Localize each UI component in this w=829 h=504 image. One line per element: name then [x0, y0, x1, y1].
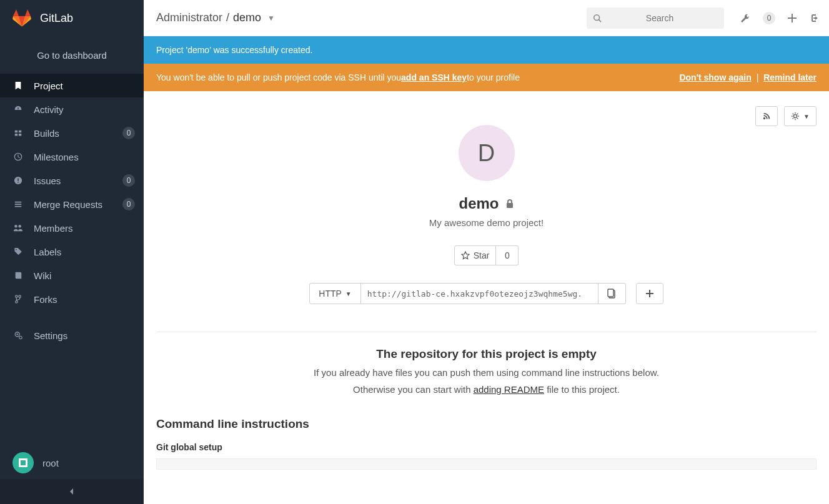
ssh-warning-alert: You won't be able to pull or push projec…: [144, 64, 829, 91]
brand-header[interactable]: GitLab: [0, 0, 144, 36]
admin-wrench-icon[interactable]: [740, 13, 750, 23]
svg-point-6: [16, 249, 17, 250]
sidebar-item-label: Activity: [34, 104, 64, 115]
search-box[interactable]: [587, 7, 724, 29]
add-readme-link[interactable]: adding README: [474, 384, 544, 395]
rss-icon: [762, 112, 771, 121]
users-icon: [12, 224, 24, 232]
svg-rect-2: [17, 179, 18, 181]
svg-point-18: [793, 114, 797, 117]
svg-point-4: [14, 225, 17, 227]
sidebar-item-builds[interactable]: Builds 0: [0, 121, 144, 145]
collapse-sidebar-button[interactable]: [0, 479, 144, 504]
todos-badge[interactable]: 0: [763, 12, 775, 24]
sidebar: GitLab Go to dashboard Project Activity …: [0, 0, 144, 504]
sidebar-item-label: Issues: [34, 175, 61, 186]
sidebar-item-merge-requests[interactable]: Merge Requests 0: [0, 192, 144, 216]
main: Administrator / demo ▼ 0 Project 'demo' …: [144, 0, 829, 504]
gitlab-logo-icon: [12, 9, 31, 27]
top-icons: 0: [740, 12, 819, 24]
breadcrumb[interactable]: Administrator / demo ▼: [156, 11, 275, 24]
star-icon: [461, 251, 470, 260]
sidebar-item-label: Members: [34, 223, 73, 234]
cli-codebox: [156, 458, 817, 470]
sidebar-item-label: Builds: [34, 128, 59, 139]
clone-protocol-dropdown[interactable]: HTTP ▼: [309, 283, 360, 304]
success-alert: Project 'demo' was successfully created.: [144, 36, 829, 64]
project-description: My awesome demo project!: [429, 217, 544, 228]
sidebar-item-label: Wiki: [34, 270, 51, 281]
chevron-down-icon: ▼: [345, 290, 352, 297]
copy-url-button[interactable]: [598, 283, 626, 304]
chevron-down-icon: ▼: [803, 113, 810, 120]
clone-url-input[interactable]: [361, 283, 598, 304]
sidebar-footer: root: [0, 447, 144, 504]
star-button[interactable]: Star: [454, 245, 497, 265]
star-group: Star 0: [454, 245, 519, 265]
sidebar-item-members[interactable]: Members: [0, 216, 144, 240]
chevron-left-icon: [69, 487, 75, 496]
empty-repo-line1: If you already have files you can push t…: [156, 367, 817, 378]
pipe-separator: |: [757, 72, 759, 82]
book-icon: [12, 271, 24, 280]
search-icon: [593, 14, 602, 22]
empty-repo-title: The repository for this project is empty: [156, 347, 817, 361]
go-to-dashboard-link[interactable]: Go to dashboard: [0, 36, 144, 74]
sign-out-icon[interactable]: [809, 13, 819, 23]
user-name: root: [42, 458, 59, 468]
project-title: demo: [459, 195, 514, 212]
sidebar-item-wiki[interactable]: Wiki: [0, 264, 144, 287]
exclamation-circle-icon: [12, 176, 24, 185]
rss-button[interactable]: [755, 106, 778, 126]
tasks-icon: [12, 200, 24, 209]
project-hero: D demo My awesome demo project! Star 0 H…: [156, 125, 817, 304]
ssh-alert-actions: Don't show again | Remind later: [679, 72, 817, 82]
search-input[interactable]: [602, 13, 718, 23]
dont-show-again-link[interactable]: Don't show again: [679, 72, 751, 82]
issues-count-badge: 0: [122, 174, 135, 187]
ssh-warning-prefix: You won't be able to pull or push projec…: [156, 72, 401, 82]
mr-count-badge: 0: [122, 198, 135, 210]
sidebar-item-project[interactable]: Project: [0, 74, 144, 97]
sidebar-item-milestones[interactable]: Milestones: [0, 145, 144, 169]
tags-icon: [12, 247, 24, 256]
svg-point-17: [763, 117, 766, 120]
clock-icon: [12, 152, 24, 161]
svg-rect-15: [21, 460, 26, 465]
current-user[interactable]: root: [0, 447, 144, 479]
sidebar-item-label: Labels: [34, 247, 61, 257]
breadcrumb-project: demo: [233, 11, 261, 24]
builds-count-badge: 0: [122, 127, 135, 139]
add-ssh-key-link[interactable]: add an SSH key: [401, 72, 467, 82]
project-settings-button[interactable]: ▼: [784, 106, 817, 126]
cubes-icon: [12, 129, 24, 137]
topbar: Administrator / demo ▼ 0: [144, 0, 829, 36]
remind-later-link[interactable]: Remind later: [763, 72, 817, 82]
clone-protocol-label: HTTP: [319, 289, 342, 299]
empty-repo: The repository for this project is empty…: [156, 332, 817, 395]
sidebar-item-label: Merge Requests: [34, 199, 102, 210]
sidebar-nav: Project Activity Builds 0 Milestones Iss…: [0, 74, 144, 347]
success-alert-text: Project 'demo' was successfully created.: [156, 45, 312, 55]
sidebar-item-activity[interactable]: Activity: [0, 97, 144, 121]
download-button[interactable]: [636, 283, 663, 304]
sidebar-item-issues[interactable]: Issues 0: [0, 169, 144, 192]
svg-point-11: [16, 334, 18, 335]
svg-point-9: [16, 301, 18, 304]
gear-icon: [791, 112, 800, 121]
sidebar-item-forks[interactable]: Forks: [0, 287, 144, 311]
sidebar-item-settings[interactable]: Settings: [0, 324, 144, 347]
svg-point-12: [19, 336, 21, 338]
sidebar-item-labels[interactable]: Labels: [0, 240, 144, 264]
clone-row: HTTP ▼: [309, 283, 663, 304]
content: ▼ D demo My awesome demo project! Star 0: [144, 91, 829, 504]
svg-rect-21: [608, 289, 613, 297]
cli-heading: Command line instructions: [156, 417, 817, 431]
project-avatar: D: [459, 125, 515, 181]
dashboard-icon: [12, 105, 24, 114]
star-count: 0: [496, 245, 519, 265]
lock-icon: [505, 199, 514, 209]
breadcrumb-sep: /: [226, 11, 229, 24]
plus-icon[interactable]: [788, 14, 797, 22]
chevron-down-icon: ▼: [267, 14, 275, 22]
